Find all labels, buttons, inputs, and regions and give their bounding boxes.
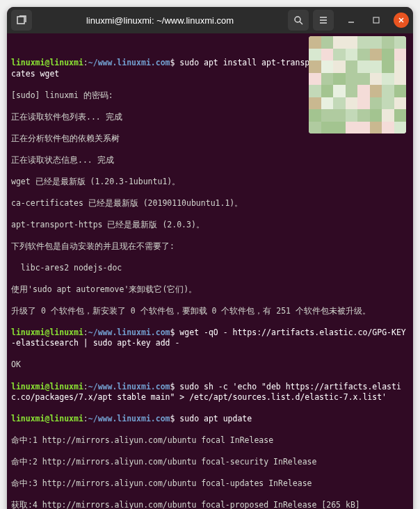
window-title: linuxmi@linuxmi: ~/www.linuxmi.com xyxy=(36,15,284,26)
close-button[interactable] xyxy=(394,13,409,28)
output-line: 正在分析软件包的依赖关系树 xyxy=(11,134,409,145)
output-line: 命中:1 http://mirrors.aliyun.com/ubuntu fo… xyxy=(11,435,409,446)
output-line: libc-ares2 nodejs-doc xyxy=(11,263,409,274)
output-line: 命中:2 http://mirrors.aliyun.com/ubuntu fo… xyxy=(11,457,409,468)
prompt-path: ~/www.linuxmi.com xyxy=(88,58,170,67)
terminal-window-1: linuxmi@linuxmi: ~/www.linuxmi.com linux… xyxy=(7,7,413,509)
output-line: ca-certificates 已经是最新版 (20190110ubuntu1.… xyxy=(11,198,409,209)
output-line: OK xyxy=(11,359,409,371)
command-text: sudo apt update xyxy=(175,414,252,423)
terminal-body[interactable]: linuxmi@linuxmi:~/www.linuxmi.com$ sudo … xyxy=(7,33,413,509)
output-line: 升级了 0 个软件包，新安装了 0 个软件包，要卸载 0 个软件包，有 251 … xyxy=(11,306,409,317)
prompt-user: linuxmi@linuxmi xyxy=(11,58,83,67)
maximize-button[interactable] xyxy=(369,13,384,28)
titlebar[interactable]: linuxmi@linuxmi: ~/www.linuxmi.com xyxy=(7,7,413,33)
svg-rect-0 xyxy=(17,17,24,24)
svg-point-1 xyxy=(295,17,300,22)
output-line: 正在读取状态信息... 完成 xyxy=(11,155,409,166)
output-line: apt-transport-https 已经是最新版 (2.0.3)。 xyxy=(11,220,409,231)
search-button[interactable] xyxy=(288,10,309,31)
output-line: 使用'sudo apt autoremove'来卸载它(它们)。 xyxy=(11,284,409,296)
pixelated-overlay xyxy=(309,36,406,134)
minimize-button[interactable] xyxy=(344,13,359,28)
menu-button[interactable] xyxy=(313,10,334,31)
output-line: 命中:3 http://mirrors.aliyun.com/ubuntu fo… xyxy=(11,478,409,490)
svg-rect-2 xyxy=(373,17,379,23)
output-line: 下列软件包是自动安装的并且现在不需要了: xyxy=(11,241,409,252)
new-tab-button[interactable] xyxy=(11,10,32,31)
output-line: wget 已经是最新版 (1.20.3-1ubuntu1)。 xyxy=(11,177,409,188)
output-line: 获取:4 http://mirrors.aliyun.com/ubuntu fo… xyxy=(11,500,409,509)
